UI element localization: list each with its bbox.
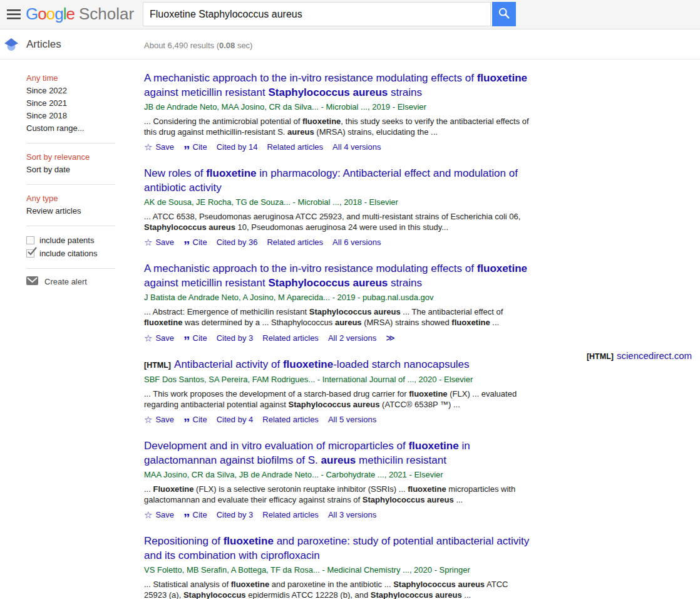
search-result: New roles of fluoxetine in pharmacology:… — [144, 167, 531, 247]
checkbox-label: include patents — [39, 234, 94, 247]
save-button[interactable]: ☆Save — [144, 415, 174, 424]
save-button[interactable]: ☆Save — [144, 142, 174, 152]
filter-any-time[interactable]: Any time — [26, 72, 120, 85]
google-scholar-logo[interactable]: GoogleScholar — [26, 4, 134, 24]
related-articles-link[interactable]: Related articles — [262, 510, 319, 519]
create-alert-label: Create alert — [44, 277, 87, 286]
result-title-link[interactable]: Repositioning of fluoxetine and paroxeti… — [144, 534, 531, 563]
star-icon: ☆ — [144, 143, 152, 151]
result-authors-line: AK de Sousa, JE Rocha, TG de Souza... - … — [144, 197, 531, 207]
all-versions-link[interactable]: All 4 versions — [332, 142, 381, 152]
save-label: Save — [155, 142, 174, 152]
result-title-link[interactable]: Development and in vitro evaluation of m… — [144, 439, 531, 467]
sidebar-divider — [26, 268, 115, 269]
cite-label: Cite — [193, 415, 207, 424]
create-alert-button[interactable]: Create alert — [26, 276, 120, 287]
cited-by-link[interactable]: Cited by 36 — [217, 237, 258, 247]
cite-button[interactable]: ”Cite — [183, 510, 207, 519]
search-result: [HTML]Antibacterial activity of fluoxeti… — [144, 358, 531, 424]
search-button[interactable] — [492, 2, 516, 26]
save-button[interactable]: ☆Save — [144, 237, 174, 247]
result-title-link[interactable]: A mechanistic approach to the in-vitro r… — [144, 71, 531, 100]
result-title-link[interactable]: [HTML]Antibacterial activity of fluoxeti… — [144, 358, 531, 372]
result-snippet: ... Considering the antimicrobial potent… — [144, 117, 531, 137]
result-snippet: ... Abstract: Emergence of methicilin re… — [144, 307, 531, 328]
result-actions: ☆Save ”Cite Cited by 3 Related articles … — [144, 333, 531, 343]
checkbox-unchecked-icon — [26, 236, 34, 244]
html-tag: [HTML] — [144, 361, 171, 370]
checkbox-label: include citations — [39, 247, 98, 260]
cite-label: Cite — [193, 237, 207, 247]
search-result: Development and in vitro evaluation of m… — [144, 439, 531, 519]
checkbox-checked-icon — [26, 249, 34, 258]
related-articles-link[interactable]: Related articles — [262, 415, 319, 424]
cite-label: Cite — [193, 142, 207, 152]
sort-by-date[interactable]: Sort by date — [26, 164, 120, 176]
result-snippet: ... Statistical analysis of fluoxetine a… — [144, 580, 531, 599]
menu-button[interactable] — [5, 8, 23, 22]
sidebar-divider — [26, 226, 115, 226]
fulltext-side-link[interactable]: [HTML]sciencedirect.com — [587, 350, 692, 361]
cited-by-link[interactable]: Cited by 3 — [217, 510, 254, 519]
scholar-wordmark: Scholar — [79, 4, 134, 23]
cite-button[interactable]: ”Cite — [183, 333, 207, 343]
result-actions: ☆Save ”Cite Cited by 4 Related articles … — [144, 415, 531, 424]
cite-button[interactable]: ”Cite — [183, 237, 207, 247]
google-wordmark: Google — [26, 4, 75, 23]
result-title-text: Development and in vitro evaluation of m… — [144, 440, 470, 466]
results-stats: About 6,490 results (0.08 sec) — [144, 41, 252, 50]
all-versions-link[interactable]: All 5 versions — [328, 415, 376, 424]
all-versions-link[interactable]: All 3 versions — [328, 510, 376, 519]
filter-since-2018[interactable]: Since 2018 — [26, 110, 120, 122]
result-authors-line: SBF Dos Santos, SA Pereira, FAM Rodrigue… — [144, 374, 531, 385]
cite-button[interactable]: ”Cite — [183, 142, 207, 152]
result-title-text: Antibacterial activity of fluoxetine-loa… — [174, 358, 470, 370]
result-title-text: New roles of fluoxetine in pharmacology:… — [144, 167, 518, 194]
hamburger-icon — [7, 12, 21, 21]
subheader-bar: Articles About 6,490 results (0.08 sec) — [0, 30, 700, 60]
save-button[interactable]: ☆Save — [144, 333, 174, 343]
related-articles-link[interactable]: Related articles — [262, 333, 319, 343]
sidebar-divider — [26, 184, 115, 185]
save-label: Save — [155, 510, 174, 519]
sort-by-relevance[interactable]: Sort by relevance — [26, 151, 120, 164]
all-versions-link[interactable]: All 6 versions — [332, 237, 381, 247]
cited-by-link[interactable]: Cited by 14 — [217, 142, 258, 152]
save-label: Save — [155, 237, 174, 247]
related-articles-link[interactable]: Related articles — [267, 237, 323, 247]
search-input[interactable] — [143, 2, 491, 26]
result-authors-line: J Batista de Andrade Neto, A Josino, M A… — [144, 292, 531, 303]
all-versions-link[interactable]: All 2 versions — [328, 333, 376, 343]
result-authors-line: JB de Andrade Neto, MAA Josino, CR da Si… — [144, 102, 531, 112]
include-patents-checkbox[interactable]: include patents — [26, 234, 120, 247]
related-articles-link[interactable]: Related articles — [267, 142, 323, 152]
filters-sidebar: Any time Since 2022 Since 2021 Since 201… — [26, 72, 120, 287]
result-authors-line: VS Foletto, MB Serafin, A Bottega, TF da… — [144, 565, 531, 575]
search-result: A mechanistic approach to the in-vitro r… — [144, 71, 531, 152]
filter-any-type[interactable]: Any type — [26, 192, 120, 205]
result-snippet: ... Fluoxetine (FLX) is a selective sero… — [144, 484, 531, 505]
cite-button[interactable]: ”Cite — [183, 415, 207, 424]
filter-custom-range[interactable]: Custom range... — [26, 122, 120, 135]
filter-review-articles[interactable]: Review articles — [26, 205, 120, 217]
star-icon: ☆ — [144, 238, 152, 246]
envelope-icon — [26, 276, 38, 287]
star-icon: ☆ — [144, 334, 152, 342]
cited-by-link[interactable]: Cited by 3 — [217, 333, 254, 343]
more-actions-link[interactable]: ≫ — [386, 333, 395, 343]
quote-icon: ” — [183, 516, 190, 520]
filter-since-2021[interactable]: Since 2021 — [26, 97, 120, 110]
include-citations-checkbox[interactable]: include citations — [26, 247, 120, 260]
result-snippet: ... This work proposes the development o… — [144, 389, 531, 410]
result-title-link[interactable]: New roles of fluoxetine in pharmacology:… — [144, 167, 531, 195]
save-label: Save — [155, 333, 174, 343]
cited-by-link[interactable]: Cited by 4 — [217, 415, 254, 424]
quote-icon: ” — [183, 421, 190, 425]
result-title-text: Repositioning of fluoxetine and paroxeti… — [144, 535, 529, 561]
save-button[interactable]: ☆Save — [144, 510, 174, 519]
result-title-link[interactable]: A mechanistic approach to the in-vitro r… — [144, 262, 531, 290]
section-label-articles: Articles — [26, 38, 61, 51]
filter-since-2022[interactable]: Since 2022 — [26, 85, 120, 97]
html-tag: [HTML] — [587, 352, 614, 361]
save-label: Save — [155, 415, 174, 424]
